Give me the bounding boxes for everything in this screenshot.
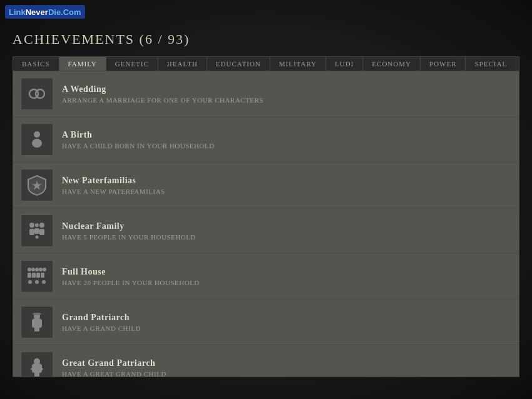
achievement-item-birth: A BirthHave a child born in your househo… xyxy=(13,117,519,163)
svg-point-16 xyxy=(43,268,46,271)
achievement-text-full-house: Full HouseHave 20 people in your househo… xyxy=(62,267,511,286)
achievement-desc-nuclear-family: Have 5 people in your household xyxy=(62,233,511,241)
achievement-icon-birth xyxy=(21,123,53,156)
achievement-name-great-grand: Great Grand Patriarch xyxy=(62,358,511,368)
achievement-text-nuclear-family: Nuclear FamilyHave 5 people in your hous… xyxy=(62,221,511,241)
achievement-desc-full-house: Have 20 people in your household xyxy=(62,279,511,286)
achievement-text-paterfamilias: New PaterfamiliasHave a new paterfamilia… xyxy=(62,176,511,195)
svg-point-26 xyxy=(33,313,41,315)
svg-rect-19 xyxy=(36,273,40,278)
tab-power[interactable]: Power xyxy=(421,57,466,71)
achievement-name-nuclear-family: Nuclear Family xyxy=(62,221,511,231)
achievement-text-birth: A BirthHave a child born in your househo… xyxy=(62,130,511,149)
achievement-item-wedding: A WeddingArrange a marriage for one of y… xyxy=(13,71,519,117)
tab-basics[interactable]: Basics xyxy=(13,57,59,71)
achievement-item-nuclear-family: Nuclear FamilyHave 5 people in your hous… xyxy=(13,208,519,254)
tab-ludi[interactable]: Ludi xyxy=(326,57,363,71)
watermark: LinkNeverDie.Com xyxy=(5,5,85,19)
achievement-item-full-house: Full HouseHave 20 people in your househo… xyxy=(13,254,519,300)
achievement-icon-wedding xyxy=(21,78,53,110)
achievement-name-wedding: A Wedding xyxy=(62,84,511,94)
achievement-text-wedding: A WeddingArrange a marriage for one of y… xyxy=(62,84,511,104)
svg-point-2 xyxy=(34,131,40,138)
achievement-icon-paterfamilias xyxy=(21,169,53,201)
achievement-name-grand-patriarch: Grand Patriarch xyxy=(62,313,511,323)
tab-economy[interactable]: Economy xyxy=(363,57,421,71)
page-title: Achievements (6 / 93) xyxy=(13,31,519,48)
svg-point-13 xyxy=(31,268,35,271)
tab-health[interactable]: Health xyxy=(158,57,207,71)
svg-point-15 xyxy=(39,268,43,271)
achievement-name-paterfamilias: New Paterfamilias xyxy=(62,176,511,186)
svg-rect-9 xyxy=(39,229,44,235)
svg-point-7 xyxy=(35,223,39,227)
watermark-text: LinkNeverDie.Com xyxy=(9,8,81,17)
achievement-icon-great-grand xyxy=(21,351,53,377)
watermark-part2: Never xyxy=(26,8,48,17)
achievement-icon-full-house xyxy=(21,260,53,293)
svg-point-11 xyxy=(36,236,39,239)
achievement-icon-grand-patriarch xyxy=(21,306,53,338)
achievement-desc-paterfamilias: Have a new paterfamilias xyxy=(62,188,511,195)
achievement-desc-grand-patriarch: Have a grand child xyxy=(62,325,511,332)
achievement-item-grand-patriarch: Grand PatriarchHave a grand child xyxy=(13,300,519,345)
svg-point-5 xyxy=(29,223,34,228)
achievement-text-grand-patriarch: Grand PatriarchHave a grand child xyxy=(62,313,511,332)
svg-rect-20 xyxy=(41,273,44,278)
svg-point-23 xyxy=(42,280,46,284)
achievement-item-great-grand: Great Grand PatriarchHave a great grand … xyxy=(13,345,519,377)
main-container: Achievements (6 / 93) BasicsFamilyGeneti… xyxy=(13,31,519,393)
svg-point-12 xyxy=(28,268,31,271)
svg-rect-25 xyxy=(34,328,39,331)
svg-point-14 xyxy=(35,268,39,271)
svg-rect-17 xyxy=(28,273,31,278)
svg-rect-18 xyxy=(32,273,36,278)
svg-point-3 xyxy=(32,139,42,148)
svg-rect-8 xyxy=(29,229,34,235)
tabs-bar: BasicsFamilyGeneticHealthEducationMilita… xyxy=(13,56,519,71)
achievement-desc-wedding: Arrange a marriage for one of your chara… xyxy=(62,96,511,104)
achievement-name-birth: A Birth xyxy=(62,130,511,140)
achievement-item-paterfamilias: New PaterfamiliasHave a new paterfamilia… xyxy=(13,163,519,208)
tab-special[interactable]: Special xyxy=(466,57,516,71)
tab-education[interactable]: Education xyxy=(207,57,270,71)
tab-genetic[interactable]: Genetic xyxy=(106,57,158,71)
watermark-part3: Die.Com xyxy=(48,8,81,17)
watermark-part1: Link xyxy=(9,8,26,17)
achievement-text-great-grand: Great Grand PatriarchHave a great grand … xyxy=(62,358,511,378)
svg-point-6 xyxy=(39,223,44,228)
achievement-icon-nuclear-family xyxy=(21,215,53,247)
achievements-list[interactable]: A WeddingArrange a marriage for one of y… xyxy=(13,71,519,377)
achievement-name-full-house: Full House xyxy=(62,267,511,277)
achievement-desc-birth: Have a child born in your household xyxy=(62,142,511,149)
achievement-desc-great-grand: Have a great grand child xyxy=(62,370,511,378)
svg-point-21 xyxy=(28,280,32,284)
tab-military[interactable]: Military xyxy=(270,57,326,71)
svg-point-1 xyxy=(36,89,44,98)
svg-rect-10 xyxy=(34,228,39,234)
svg-rect-28 xyxy=(34,373,39,376)
tab-family[interactable]: Family xyxy=(59,57,106,71)
svg-point-22 xyxy=(35,280,39,284)
